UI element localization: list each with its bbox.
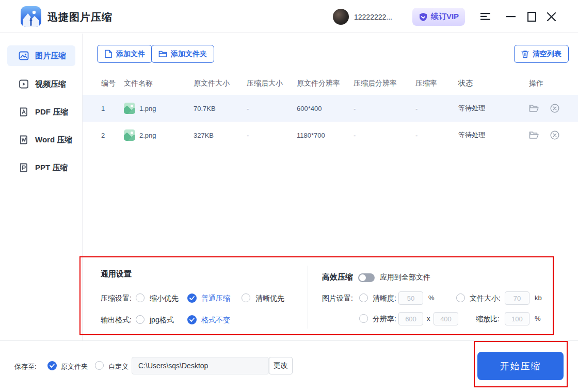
clarity-priority-label[interactable]: 清晰优先 <box>255 294 284 303</box>
remove-file-icon[interactable] <box>550 130 559 140</box>
cell-orig-size: 327KB <box>194 132 247 139</box>
username-text: 12222222... <box>354 13 392 21</box>
folder-plus-icon <box>158 50 167 58</box>
radio-keep-format[interactable] <box>187 315 197 324</box>
cell-orig-size: 70.7KB <box>194 105 247 112</box>
col-header-action: 操作 <box>529 79 575 88</box>
sidebar-item-label: 图片压缩 <box>35 51 66 61</box>
sidebar-item-pdf-compress[interactable]: PDF 压缩 <box>7 102 75 122</box>
cell-status: 等待处理 <box>458 130 529 140</box>
resolution-separator: x <box>427 315 430 322</box>
save-path-input[interactable] <box>132 357 269 374</box>
add-file-label: 添加文件 <box>116 50 145 59</box>
trash-icon <box>521 50 529 58</box>
cell-comp-res: - <box>354 132 415 139</box>
change-path-button[interactable]: 更改 <box>269 357 293 374</box>
image-icon <box>19 51 29 61</box>
check-icon <box>189 296 195 300</box>
normal-compress-label[interactable]: 普通压缩 <box>201 294 230 303</box>
sidebar-item-word-compress[interactable]: Word 压缩 <box>7 129 75 150</box>
minimize-icon[interactable] <box>502 0 520 33</box>
add-folder-label: 添加文件夹 <box>171 50 207 59</box>
footer-divider <box>0 340 578 341</box>
sidebar-item-image-compress[interactable]: 图片压缩 <box>7 45 75 66</box>
apply-all-toggle[interactable] <box>358 273 375 282</box>
keep-format-label[interactable]: 格式不变 <box>201 316 230 325</box>
clear-list-label: 清空列表 <box>533 50 561 59</box>
image-thumbnail-icon <box>124 129 135 141</box>
output-format-label: 输出格式: <box>101 316 132 325</box>
clarity-label[interactable]: 清晰度: <box>373 294 396 303</box>
sidebar-item-ppt-compress[interactable]: PPT 压缩 <box>7 157 75 178</box>
app-title: 迅捷图片压缩 <box>47 10 113 24</box>
col-header-no: 编号 <box>83 79 124 88</box>
pdf-file-icon <box>19 107 29 117</box>
cell-comp-res: - <box>354 105 415 112</box>
radio-jpg-format[interactable] <box>136 315 145 324</box>
cell-no: 1 <box>83 105 124 112</box>
table-header: 编号 文件名称 原文件大小 压缩后大小 原文件分辨率 压缩后分辨率 压缩率 状态… <box>83 72 578 95</box>
add-file-button[interactable]: 添加文件 <box>97 45 152 63</box>
open-folder-icon[interactable] <box>529 104 539 112</box>
radio-shrink-priority[interactable] <box>136 293 145 302</box>
sidebar-item-label: PPT 压缩 <box>35 163 68 173</box>
scale-label: 缩放比: <box>476 315 500 324</box>
resolution-label[interactable]: 分辨率: <box>373 315 396 324</box>
maximize-icon[interactable] <box>522 0 541 33</box>
scale-input[interactable] <box>505 312 529 325</box>
vip-badge-icon <box>419 12 428 22</box>
col-header-ratio: 压缩率 <box>415 79 458 88</box>
radio-normal-compress[interactable] <box>187 293 197 303</box>
radio-filesize[interactable] <box>456 293 465 302</box>
original-folder-label[interactable]: 原文件夹 <box>61 362 88 371</box>
radio-clarity-priority[interactable] <box>242 293 250 302</box>
radio-resolution[interactable] <box>359 314 368 323</box>
advanced-compress-title: 高效压缩 <box>322 272 353 282</box>
scale-unit: % <box>535 315 541 322</box>
cell-orig-res: 600*400 <box>297 105 354 112</box>
compress-setting-label: 压缩设置: <box>101 294 132 303</box>
renew-vip-button[interactable]: 续订VIP <box>412 8 465 26</box>
image-setting-label: 图片设置: <box>322 294 353 303</box>
filesize-input[interactable] <box>505 291 529 305</box>
jpg-format-label[interactable]: jpg格式 <box>150 316 174 325</box>
clarity-unit: % <box>428 294 435 302</box>
title-bar: 迅捷图片压缩 12222222... 续订VIP <box>0 0 578 33</box>
close-icon[interactable] <box>542 0 560 33</box>
clear-list-button[interactable]: 清空列表 <box>514 45 569 63</box>
radio-original-folder[interactable] <box>47 361 57 370</box>
open-folder-icon[interactable] <box>529 131 539 139</box>
radio-custom-folder[interactable] <box>95 361 104 370</box>
start-compress-button[interactable]: 开始压缩 <box>477 352 564 380</box>
sidebar-item-label: 视频压缩 <box>35 79 66 89</box>
check-icon <box>50 364 55 368</box>
word-file-icon <box>19 135 29 145</box>
col-header-comp-res: 压缩后分辨率 <box>354 79 415 88</box>
file-plus-icon <box>104 50 113 58</box>
renew-vip-label: 续订VIP <box>431 12 459 22</box>
radio-clarity[interactable] <box>359 293 368 302</box>
user-avatar[interactable] <box>333 9 349 25</box>
sidebar-item-video-compress[interactable]: 视频压缩 <box>7 74 75 94</box>
image-thumbnail-icon <box>124 103 135 114</box>
custom-folder-label[interactable]: 自定义 <box>108 362 129 371</box>
cell-orig-res: 1180*700 <box>297 132 354 139</box>
add-folder-button[interactable]: 添加文件夹 <box>151 45 214 63</box>
cell-filename: 1.png <box>139 105 156 112</box>
cell-status: 等待处理 <box>458 104 529 113</box>
resolution-width-input[interactable] <box>398 312 423 325</box>
cell-ratio: - <box>415 105 458 112</box>
resolution-height-input[interactable] <box>434 312 458 325</box>
settings-divider <box>308 266 308 329</box>
filesize-label[interactable]: 文件大小: <box>470 294 501 303</box>
check-icon <box>189 318 195 322</box>
apply-all-label: 应用到全部文件 <box>380 273 430 282</box>
cell-filename: 2.png <box>139 132 156 139</box>
remove-file-icon[interactable] <box>550 104 559 113</box>
clarity-input[interactable] <box>398 291 423 305</box>
shrink-priority-label[interactable]: 缩小优先 <box>150 294 179 303</box>
col-header-status: 状态 <box>458 79 529 88</box>
col-header-orig-size: 原文件大小 <box>194 79 247 88</box>
cell-ratio: - <box>415 132 458 139</box>
menu-icon[interactable] <box>476 0 494 33</box>
